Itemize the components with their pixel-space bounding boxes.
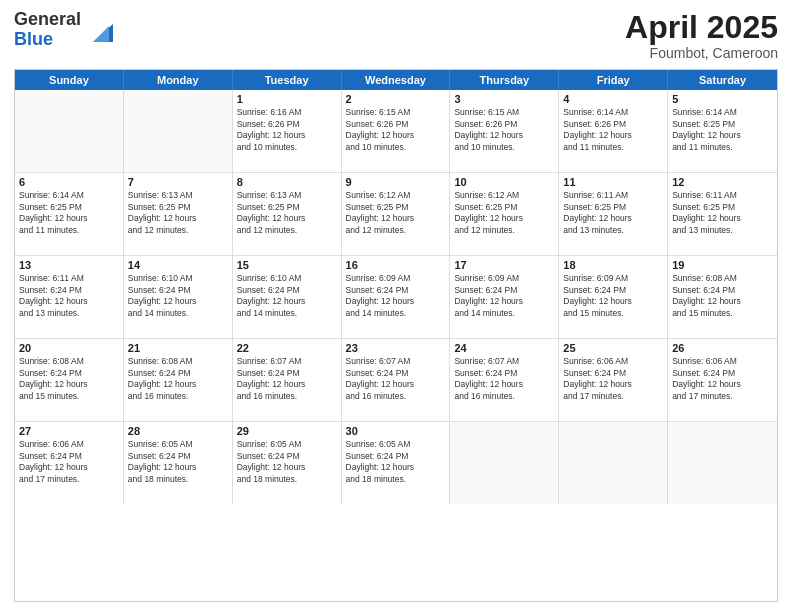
- cal-cell: 6Sunrise: 6:14 AMSunset: 6:25 PMDaylight…: [15, 173, 124, 255]
- cell-line: Sunrise: 6:16 AM: [237, 107, 337, 118]
- cal-cell: 28Sunrise: 6:05 AMSunset: 6:24 PMDayligh…: [124, 422, 233, 504]
- cal-cell: 3Sunrise: 6:15 AMSunset: 6:26 PMDaylight…: [450, 90, 559, 172]
- day-number: 27: [19, 425, 119, 437]
- cal-cell: 15Sunrise: 6:10 AMSunset: 6:24 PMDayligh…: [233, 256, 342, 338]
- cal-cell: 13Sunrise: 6:11 AMSunset: 6:24 PMDayligh…: [15, 256, 124, 338]
- day-number: 19: [672, 259, 773, 271]
- cell-line: and 10 minutes.: [346, 142, 446, 153]
- cell-line: Sunset: 6:26 PM: [346, 119, 446, 130]
- cell-line: Daylight: 12 hours: [454, 213, 554, 224]
- cal-row: 27Sunrise: 6:06 AMSunset: 6:24 PMDayligh…: [15, 422, 777, 504]
- cell-line: Sunset: 6:25 PM: [672, 202, 773, 213]
- day-number: 2: [346, 93, 446, 105]
- cal-header-day: Saturday: [668, 70, 777, 90]
- cell-line: Daylight: 12 hours: [128, 296, 228, 307]
- cell-line: Daylight: 12 hours: [237, 379, 337, 390]
- title-block: April 2025 Foumbot, Cameroon: [625, 10, 778, 61]
- cell-line: Sunset: 6:25 PM: [672, 119, 773, 130]
- cell-line: Sunrise: 6:09 AM: [563, 273, 663, 284]
- cell-line: Sunrise: 6:15 AM: [454, 107, 554, 118]
- cal-cell: 27Sunrise: 6:06 AMSunset: 6:24 PMDayligh…: [15, 422, 124, 504]
- calendar-header: SundayMondayTuesdayWednesdayThursdayFrid…: [15, 70, 777, 90]
- cell-line: Sunrise: 6:07 AM: [237, 356, 337, 367]
- cal-cell: 29Sunrise: 6:05 AMSunset: 6:24 PMDayligh…: [233, 422, 342, 504]
- logo-icon: [85, 14, 117, 46]
- cell-line: Sunrise: 6:14 AM: [563, 107, 663, 118]
- cell-line: Daylight: 12 hours: [19, 213, 119, 224]
- cell-line: and 15 minutes.: [672, 308, 773, 319]
- cal-cell: 8Sunrise: 6:13 AMSunset: 6:25 PMDaylight…: [233, 173, 342, 255]
- cal-header-day: Wednesday: [342, 70, 451, 90]
- cell-line: Sunrise: 6:11 AM: [672, 190, 773, 201]
- cell-line: Daylight: 12 hours: [346, 130, 446, 141]
- cell-line: Sunset: 6:24 PM: [237, 368, 337, 379]
- cell-line: Sunset: 6:24 PM: [454, 368, 554, 379]
- cell-line: Sunset: 6:24 PM: [672, 368, 773, 379]
- cal-cell: 5Sunrise: 6:14 AMSunset: 6:25 PMDaylight…: [668, 90, 777, 172]
- cell-line: and 16 minutes.: [346, 391, 446, 402]
- cell-line: Sunrise: 6:14 AM: [672, 107, 773, 118]
- cal-header-day: Sunday: [15, 70, 124, 90]
- cell-line: Sunrise: 6:14 AM: [19, 190, 119, 201]
- day-number: 3: [454, 93, 554, 105]
- cell-line: and 17 minutes.: [672, 391, 773, 402]
- cal-cell: 1Sunrise: 6:16 AMSunset: 6:26 PMDaylight…: [233, 90, 342, 172]
- cell-line: Daylight: 12 hours: [237, 130, 337, 141]
- cell-line: Sunset: 6:24 PM: [128, 368, 228, 379]
- cal-cell: 22Sunrise: 6:07 AMSunset: 6:24 PMDayligh…: [233, 339, 342, 421]
- cell-line: Sunrise: 6:13 AM: [237, 190, 337, 201]
- cal-cell: [668, 422, 777, 504]
- cell-line: Sunset: 6:24 PM: [19, 368, 119, 379]
- cell-line: Daylight: 12 hours: [672, 213, 773, 224]
- day-number: 25: [563, 342, 663, 354]
- svg-marker-1: [93, 26, 109, 42]
- cal-cell: 2Sunrise: 6:15 AMSunset: 6:26 PMDaylight…: [342, 90, 451, 172]
- day-number: 10: [454, 176, 554, 188]
- cell-line: Sunset: 6:24 PM: [237, 451, 337, 462]
- day-number: 7: [128, 176, 228, 188]
- cal-cell: 4Sunrise: 6:14 AMSunset: 6:26 PMDaylight…: [559, 90, 668, 172]
- cell-line: Sunrise: 6:05 AM: [128, 439, 228, 450]
- cell-line: and 17 minutes.: [563, 391, 663, 402]
- day-number: 14: [128, 259, 228, 271]
- location: Foumbot, Cameroon: [625, 45, 778, 61]
- cell-line: and 13 minutes.: [563, 225, 663, 236]
- month-title: April 2025: [625, 10, 778, 45]
- cal-header-day: Monday: [124, 70, 233, 90]
- cell-line: Sunrise: 6:08 AM: [672, 273, 773, 284]
- cell-line: Sunrise: 6:12 AM: [346, 190, 446, 201]
- cell-line: Sunset: 6:24 PM: [237, 285, 337, 296]
- cell-line: Sunset: 6:25 PM: [19, 202, 119, 213]
- day-number: 4: [563, 93, 663, 105]
- cell-line: Sunset: 6:24 PM: [128, 285, 228, 296]
- cell-line: Sunrise: 6:09 AM: [346, 273, 446, 284]
- cal-cell: 23Sunrise: 6:07 AMSunset: 6:24 PMDayligh…: [342, 339, 451, 421]
- cell-line: Sunrise: 6:05 AM: [346, 439, 446, 450]
- cell-line: Sunrise: 6:11 AM: [563, 190, 663, 201]
- day-number: 17: [454, 259, 554, 271]
- logo: General Blue: [14, 10, 117, 50]
- cell-line: Sunrise: 6:09 AM: [454, 273, 554, 284]
- cell-line: Daylight: 12 hours: [237, 213, 337, 224]
- cell-line: Sunrise: 6:12 AM: [454, 190, 554, 201]
- cell-line: Daylight: 12 hours: [563, 130, 663, 141]
- cell-line: and 15 minutes.: [19, 391, 119, 402]
- cell-line: Sunrise: 6:06 AM: [563, 356, 663, 367]
- cell-line: Sunset: 6:25 PM: [454, 202, 554, 213]
- day-number: 23: [346, 342, 446, 354]
- cal-cell: 12Sunrise: 6:11 AMSunset: 6:25 PMDayligh…: [668, 173, 777, 255]
- cell-line: Daylight: 12 hours: [346, 296, 446, 307]
- cell-line: Daylight: 12 hours: [128, 213, 228, 224]
- cell-line: Sunset: 6:25 PM: [128, 202, 228, 213]
- cell-line: and 14 minutes.: [346, 308, 446, 319]
- cell-line: Daylight: 12 hours: [454, 130, 554, 141]
- cal-header-day: Friday: [559, 70, 668, 90]
- cell-line: and 18 minutes.: [346, 474, 446, 485]
- day-number: 12: [672, 176, 773, 188]
- cell-line: Sunrise: 6:07 AM: [454, 356, 554, 367]
- header: General Blue April 2025 Foumbot, Cameroo…: [14, 10, 778, 61]
- cell-line: and 11 minutes.: [19, 225, 119, 236]
- cell-line: Daylight: 12 hours: [237, 296, 337, 307]
- cell-line: and 15 minutes.: [563, 308, 663, 319]
- cell-line: Daylight: 12 hours: [237, 462, 337, 473]
